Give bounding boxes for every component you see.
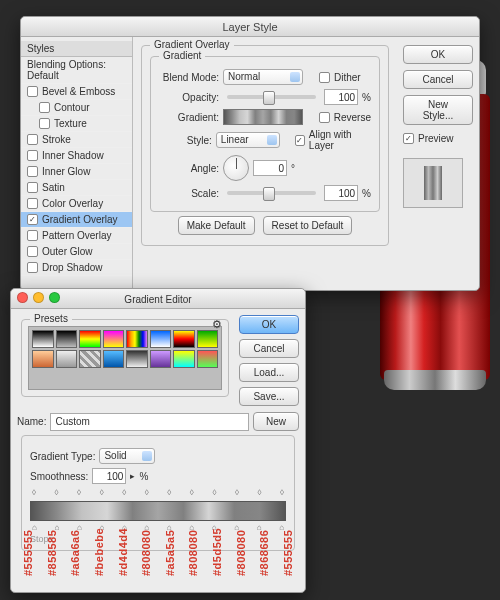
gradient-editor-window: Gradient Editor Presets ⚙ OK Cancel Load… bbox=[10, 288, 306, 593]
effect-drop-shadow[interactable]: Drop Shadow bbox=[21, 260, 132, 276]
opacity-stop[interactable]: ◊ bbox=[190, 488, 194, 497]
blend-mode-select[interactable]: Normal bbox=[223, 69, 303, 85]
opacity-stop[interactable]: ◊ bbox=[280, 488, 284, 497]
opacity-stop[interactable]: ◊ bbox=[122, 488, 126, 497]
reverse-label: Reverse bbox=[334, 112, 371, 123]
opacity-stop[interactable]: ◊ bbox=[77, 488, 81, 497]
dither-checkbox[interactable] bbox=[319, 72, 330, 83]
scale-label: Scale: bbox=[159, 188, 219, 199]
effect-checkbox[interactable] bbox=[27, 86, 38, 97]
presets-label: Presets bbox=[30, 313, 72, 324]
stop-hex: #858585 bbox=[46, 554, 58, 576]
close-icon[interactable] bbox=[17, 292, 28, 303]
effect-inner-glow[interactable]: Inner Glow bbox=[21, 164, 132, 180]
effect-color-overlay[interactable]: Color Overlay bbox=[21, 196, 132, 212]
cancel-button[interactable]: Cancel bbox=[239, 339, 299, 358]
opacity-stop[interactable]: ◊ bbox=[55, 488, 59, 497]
style-select[interactable]: Linear bbox=[216, 132, 280, 148]
smoothness-input[interactable] bbox=[92, 468, 126, 484]
dialog-buttons: OK Cancel New Style... ✓Preview bbox=[397, 37, 479, 292]
effect-checkbox[interactable] bbox=[27, 198, 38, 209]
minimize-icon[interactable] bbox=[33, 292, 44, 303]
opacity-stop[interactable]: ◊ bbox=[167, 488, 171, 497]
opacity-stop[interactable]: ◊ bbox=[212, 488, 216, 497]
subgroup-title: Gradient bbox=[159, 50, 205, 61]
group-title: Gradient Overlay bbox=[150, 39, 234, 50]
angle-dial[interactable] bbox=[223, 155, 249, 181]
zoom-icon[interactable] bbox=[49, 292, 60, 303]
ok-button[interactable]: OK bbox=[239, 315, 299, 334]
effect-checkbox[interactable] bbox=[27, 230, 38, 241]
effect-checkbox[interactable] bbox=[27, 134, 38, 145]
effect-settings-panel: Gradient Overlay Gradient Blend Mode:Nor… bbox=[133, 37, 397, 292]
make-default-button[interactable]: Make Default bbox=[178, 216, 255, 235]
effect-pattern-overlay[interactable]: Pattern Overlay bbox=[21, 228, 132, 244]
stop-hex: #555555 bbox=[282, 554, 294, 576]
ok-button[interactable]: OK bbox=[403, 45, 473, 64]
gradient-type-select[interactable]: Solid bbox=[99, 448, 155, 464]
effect-checkbox[interactable] bbox=[27, 246, 38, 257]
gradient-bar[interactable] bbox=[30, 501, 286, 521]
effect-checkbox[interactable] bbox=[27, 262, 38, 273]
new-button[interactable]: New bbox=[253, 412, 299, 431]
effect-satin[interactable]: Satin bbox=[21, 180, 132, 196]
opacity-input[interactable] bbox=[324, 89, 358, 105]
effect-gradient-overlay[interactable]: ✓Gradient Overlay bbox=[21, 212, 132, 228]
effect-outer-glow[interactable]: Outer Glow bbox=[21, 244, 132, 260]
window-title[interactable]: Layer Style bbox=[21, 17, 479, 37]
dither-label: Dither bbox=[334, 72, 361, 83]
effect-inner-shadow[interactable]: Inner Shadow bbox=[21, 148, 132, 164]
new-style-button[interactable]: New Style... bbox=[403, 95, 473, 125]
scale-slider[interactable] bbox=[227, 191, 316, 195]
can-bottom bbox=[384, 370, 486, 390]
preset-grid[interactable] bbox=[28, 326, 222, 390]
opacity-stop[interactable]: ◊ bbox=[100, 488, 104, 497]
scale-input[interactable] bbox=[324, 185, 358, 201]
effect-checkbox[interactable] bbox=[39, 118, 50, 129]
preview-label: Preview bbox=[418, 133, 454, 144]
effect-checkbox[interactable] bbox=[27, 166, 38, 177]
opacity-slider[interactable] bbox=[227, 95, 316, 99]
reverse-checkbox[interactable] bbox=[319, 112, 330, 123]
styles-header[interactable]: Styles bbox=[21, 41, 132, 57]
styles-sidebar: Styles Blending Options: Default Bevel &… bbox=[21, 37, 133, 292]
effect-contour[interactable]: Contour bbox=[21, 100, 132, 116]
effect-stroke[interactable]: Stroke bbox=[21, 132, 132, 148]
effect-checkbox[interactable]: ✓ bbox=[27, 214, 38, 225]
preview-thumb bbox=[403, 158, 463, 208]
effect-checkbox[interactable] bbox=[39, 102, 50, 113]
gradient-label: Gradient: bbox=[159, 112, 219, 123]
load-button[interactable]: Load... bbox=[239, 363, 299, 382]
save-button[interactable]: Save... bbox=[239, 387, 299, 406]
effect-bevel-emboss[interactable]: Bevel & Emboss bbox=[21, 84, 132, 100]
cancel-button[interactable]: Cancel bbox=[403, 70, 473, 89]
opacity-stop[interactable]: ◊ bbox=[145, 488, 149, 497]
blending-options[interactable]: Blending Options: Default bbox=[21, 57, 132, 84]
gradient-swatch[interactable] bbox=[223, 109, 303, 125]
stop-hex: #d5d5d5 bbox=[211, 554, 223, 576]
opacity-stop[interactable]: ◊ bbox=[32, 488, 36, 497]
angle-input[interactable] bbox=[253, 160, 287, 176]
stop-hex: #a5a5a5 bbox=[164, 554, 176, 576]
reset-default-button[interactable]: Reset to Default bbox=[263, 216, 353, 235]
effect-checkbox[interactable] bbox=[27, 150, 38, 161]
align-label: Align with Layer bbox=[309, 129, 371, 151]
preview-checkbox[interactable]: ✓ bbox=[403, 133, 414, 144]
blend-mode-label: Blend Mode: bbox=[159, 72, 219, 83]
effect-checkbox[interactable] bbox=[27, 182, 38, 193]
opacity-stop[interactable]: ◊ bbox=[257, 488, 261, 497]
window-title[interactable]: Gradient Editor bbox=[11, 289, 305, 309]
gear-icon[interactable]: ⚙ bbox=[212, 318, 222, 331]
smoothness-label: Smoothness: bbox=[30, 471, 88, 482]
name-label: Name: bbox=[17, 416, 46, 427]
stop-hex: #868686 bbox=[258, 554, 270, 576]
stop-hex: #d4d4d4 bbox=[117, 554, 129, 576]
gradient-type-label: Gradient Type: bbox=[30, 451, 95, 462]
align-checkbox[interactable]: ✓ bbox=[295, 135, 305, 146]
style-label: Style: bbox=[159, 135, 212, 146]
stop-hex: #808080 bbox=[235, 554, 247, 576]
effect-texture[interactable]: Texture bbox=[21, 116, 132, 132]
opacity-stop[interactable]: ◊ bbox=[235, 488, 239, 497]
name-input[interactable] bbox=[50, 413, 249, 431]
angle-label: Angle: bbox=[159, 163, 219, 174]
